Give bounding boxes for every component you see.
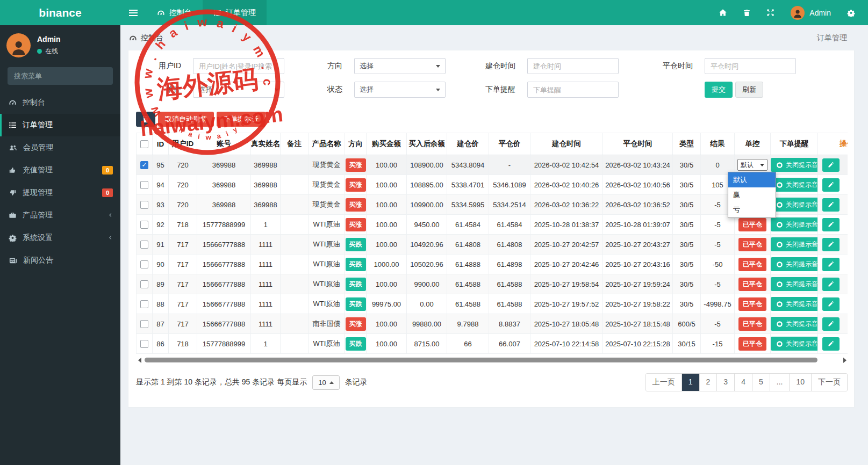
close-sound-label: 关闭提示音 [786,240,818,249]
page-button[interactable]: 10 [789,374,811,391]
edit-button[interactable] [822,178,840,192]
sidebar-item[interactable]: 控制台 [0,91,120,114]
edit-button[interactable] [822,158,840,172]
cell-note [281,235,309,255]
cell-real-name: 1111 [251,314,281,334]
page-button[interactable]: 3 [716,374,734,391]
sidebar-item[interactable]: 充值管理0 [0,159,120,181]
close-sound-button[interactable]: 关闭提示音 [771,217,818,231]
edit-button[interactable] [822,198,840,212]
scroll-right-arrow[interactable] [843,358,847,363]
close-sound-button[interactable]: 关闭提示音 [771,277,818,291]
edit-button[interactable] [822,297,840,311]
row-checkbox[interactable] [140,201,148,209]
gears-icon[interactable] [847,9,855,17]
fullscreen-icon[interactable] [766,9,774,17]
cell-close-time: 2025-10-27 20:43:16 [603,255,673,274]
close-sound-button[interactable]: 关闭提示音 [771,158,818,172]
filter-select[interactable]: 选择 [193,82,284,98]
toolbar-icon-button[interactable] [136,112,155,127]
close-sound-button[interactable]: 关闭提示音 [771,297,818,311]
dropdown-option[interactable]: 亏 [728,202,776,217]
row-checkbox[interactable] [140,181,148,189]
edit-button[interactable] [822,218,840,231]
row-checkbox[interactable] [140,340,148,348]
sidebar-item[interactable]: 会员管理 [0,136,120,159]
cancel-auto-refresh-button[interactable]: 取消自动刷新 [158,112,214,127]
row-checkbox[interactable] [140,280,148,288]
sidebar-item[interactable]: 提现管理0 [0,181,120,204]
home-icon[interactable] [719,9,727,17]
page-button[interactable]: 5 [752,374,770,391]
row-checkbox[interactable] [140,260,148,268]
filter-select[interactable]: 选择 [354,58,446,74]
breadcrumb-dashboard[interactable]: 控制台 [129,33,163,43]
close-sound-button[interactable]: 关闭提示音 [771,198,818,212]
sidebar-item[interactable]: 订单管理 [0,114,120,136]
close-sound-button[interactable]: 关闭提示音 [771,317,818,331]
dropdown-option[interactable]: 赢 [728,187,776,202]
page-button[interactable]: ... [770,374,790,391]
online-dot-icon [37,49,42,54]
cell-type: 30/5 [673,155,701,175]
cell-amount: 100.00 [367,175,407,195]
page-button[interactable]: 1 [682,374,699,391]
dropdown-option[interactable]: 默认 [728,172,776,187]
sidebar-item[interactable]: 系统设置 [0,227,120,249]
close-sound-button[interactable]: 关闭提示音 [771,178,818,192]
ring-icon [776,301,783,308]
edit-button[interactable] [822,337,840,351]
close-sound-button[interactable]: 关闭提示音 [771,337,818,351]
cell-id: 92 [153,215,169,235]
page-button[interactable]: 4 [734,374,752,391]
sidebar-toggle-button[interactable] [120,0,146,25]
sidebar-search-input[interactable] [8,67,113,85]
caret-down-icon [275,89,279,91]
row-checkbox[interactable]: ✓ [140,161,148,169]
direction-badge: 买涨 [346,317,366,331]
trash-icon[interactable] [743,9,750,17]
close-sound-button[interactable]: 关闭提示音 [771,237,818,251]
row-checkbox[interactable] [140,241,148,249]
scroll-left-arrow[interactable] [138,358,141,363]
filter-input[interactable] [527,58,619,74]
nav-tab-active[interactable]: 订单管理 [203,0,267,25]
brand-logo[interactable]: binance [0,0,120,25]
control-select-value: 默认 [741,161,754,170]
edit-button[interactable] [822,238,840,251]
filter-input[interactable] [193,58,284,74]
cell-op [818,155,848,175]
close-sound-button[interactable]: 关闭提示音 [771,257,818,271]
page-button[interactable]: 上一页 [646,374,682,391]
dashboard-icon [129,34,137,42]
page-size-select[interactable]: 10 [312,375,339,390]
filter-input[interactable] [705,58,796,74]
sidebar-item[interactable]: 产品管理 [0,204,120,227]
row-checkbox[interactable] [140,221,148,229]
closed-badge: 已平仓 [738,337,766,351]
cell-note [281,274,309,294]
checkbox-cell [137,314,153,334]
nav-tab-item[interactable]: 控制台 [146,0,203,25]
edit-button[interactable] [822,317,840,331]
refresh-button[interactable]: 刷新 [735,82,763,98]
page-button[interactable]: 下一页 [811,374,847,391]
user-menu[interactable]: Admin [791,6,831,20]
row-checkbox[interactable] [140,320,148,328]
scrollbar-thumb[interactable] [145,358,817,362]
row-checkbox[interactable] [140,300,148,308]
filter-input[interactable] [527,82,619,98]
edit-button[interactable] [822,258,840,271]
submit-button[interactable]: 提交 [705,82,733,98]
select-all-checkbox[interactable] [140,140,148,148]
filter-select[interactable]: 选择 [354,82,446,98]
cell-user-id: 717 [169,294,197,314]
sidebar-item[interactable]: 新闻公告 [0,249,120,272]
cell-direction: 买涨 [345,195,367,215]
navbar-tabs: 控制台订单管理 [146,0,267,25]
order-sound-button[interactable]: 下单提示音 [217,112,266,127]
page-button[interactable]: 2 [699,374,717,391]
cell-sound: 关闭提示音 [771,175,818,195]
control-select[interactable]: 默认 [737,159,767,171]
edit-button[interactable] [822,278,840,291]
